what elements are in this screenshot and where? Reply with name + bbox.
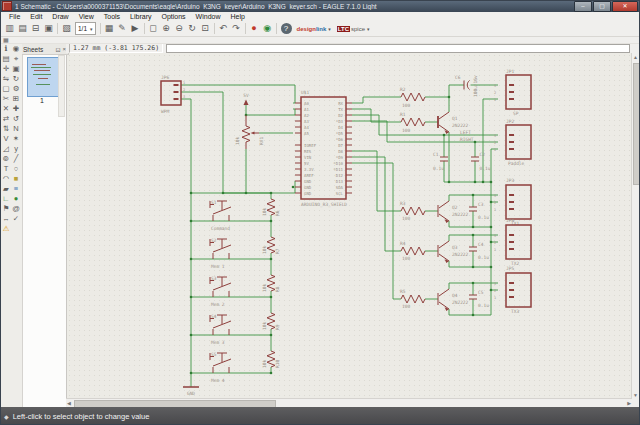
print-icon[interactable]: ⊟ xyxy=(29,22,42,35)
zoom-fit-icon[interactable]: ◻ xyxy=(147,22,160,35)
sheet-selector-dropdown[interactable]: 1/1▾ xyxy=(75,22,96,35)
use-library-icon[interactable]: ▦ xyxy=(103,22,116,35)
zoom-in-icon[interactable]: ⊕ xyxy=(160,22,173,35)
pushbutton-s2[interactable]: S2Mem 1 xyxy=(210,238,231,269)
erc-icon[interactable]: ✓ xyxy=(11,214,21,224)
sheets-scrollbar[interactable] xyxy=(58,55,65,117)
open-icon[interactable]: ▥ xyxy=(3,22,16,35)
dock-pin-icon[interactable]: ⊡ xyxy=(54,46,61,53)
tx-output-rows[interactable]: R3100Q22N2222C30.1u321JP3TX1R4100Q32N222… xyxy=(400,178,531,314)
dimension-icon[interactable]: ↔ xyxy=(1,214,11,224)
display-icon[interactable]: ▤ xyxy=(1,54,11,64)
menu-item-library[interactable]: Library xyxy=(125,13,156,20)
resistor-r2[interactable]: R2 100 xyxy=(400,87,425,108)
ic-arduino-shield[interactable]: U$1 ARDUINO_R3_SHIELD A0A1A2A3A4A5IOREFR… xyxy=(295,90,352,208)
schematic-canvas[interactable]: 1 2 3 JP6 WPM 5V RV1 10k U$1 ARDUINO_R3_… xyxy=(66,53,633,399)
capacitor-c2[interactable]: C2 0.1u xyxy=(471,152,491,171)
menu-item-window[interactable]: Window xyxy=(191,13,226,20)
split-icon[interactable]: y xyxy=(11,144,21,154)
label-icon[interactable]: ⚑ xyxy=(1,204,11,214)
command-line-input[interactable] xyxy=(166,44,630,53)
grid-icon[interactable]: ▦ xyxy=(3,36,9,43)
pushbutton-column[interactable]: S1CommandS2Mem 1S3Mem 2S4Mem 3S5Mem 4 xyxy=(210,200,231,383)
script-icon[interactable]: ✎ xyxy=(116,22,129,35)
junction-icon[interactable]: ● xyxy=(11,194,21,204)
potentiometer-rv1[interactable]: RV1 10k xyxy=(235,115,264,149)
cut-icon[interactable]: ✂ xyxy=(1,94,11,104)
connector-jp2[interactable]: 3 2 1 JP2 Paddle xyxy=(494,119,531,167)
bus-icon[interactable]: ≡ xyxy=(11,184,21,194)
redo-icon[interactable]: ↷ xyxy=(230,22,243,35)
value-icon[interactable]: V xyxy=(1,134,11,144)
copy-icon[interactable]: ▣ xyxy=(11,64,21,74)
circle-icon[interactable]: ○ xyxy=(11,164,21,174)
group-icon[interactable]: ▢ xyxy=(1,84,11,94)
pushbutton-s4[interactable]: S4Mem 3 xyxy=(210,314,231,345)
menu-item-draw[interactable]: Draw xyxy=(47,13,73,20)
close-button[interactable]: ✕ xyxy=(612,1,638,12)
schematic-drawing[interactable]: 1 2 3 JP6 WPM 5V RV1 10k U$1 ARDUINO_R3_… xyxy=(67,53,633,399)
supply-5v[interactable]: 5V xyxy=(243,93,249,105)
polygon-icon[interactable]: ▰ xyxy=(1,184,11,194)
switch-to-board-icon[interactable]: ▧ xyxy=(60,22,73,35)
vertical-scrollbar[interactable]: ▲ ▼ xyxy=(631,53,640,399)
minimize-button[interactable]: – xyxy=(574,1,592,12)
run-ulp-icon[interactable]: ▶ xyxy=(129,22,142,35)
miter-icon[interactable]: ◿ xyxy=(1,144,11,154)
connector-jp1[interactable]: 3 2 1 JP1 SP xyxy=(494,69,531,117)
zoom-out-icon[interactable]: ⊖ xyxy=(173,22,186,35)
menu-item-edit[interactable]: Edit xyxy=(25,13,47,20)
name-icon[interactable]: N xyxy=(11,124,21,134)
vscroll-thumb[interactable] xyxy=(633,63,640,185)
attribute-icon[interactable]: @ xyxy=(11,204,21,214)
text-icon[interactable]: T xyxy=(1,164,11,174)
menu-item-view[interactable]: View xyxy=(74,13,99,20)
ltspice-button[interactable]: LTCspice▾ xyxy=(337,26,370,32)
save-icon[interactable]: ▤ xyxy=(16,22,29,35)
menu-item-help[interactable]: Help xyxy=(226,13,250,20)
net-icon[interactable]: ∟ xyxy=(1,194,11,204)
designlink-button[interactable]: designlink▾ xyxy=(297,26,331,32)
maximize-button[interactable]: ▢ xyxy=(593,1,611,12)
title-bar[interactable]: 1 Schematic - C:\Users\a0000371153\Docum… xyxy=(0,0,640,12)
undo-icon[interactable]: ↶ xyxy=(217,22,230,35)
pinswap-icon[interactable]: ⇄ xyxy=(1,114,11,124)
errors-icon[interactable]: ⚠ xyxy=(1,224,11,234)
zoom-select-icon[interactable]: ⊡ xyxy=(199,22,212,35)
stop-icon[interactable]: ● xyxy=(248,22,261,35)
invoke-icon[interactable]: ⊚ xyxy=(1,154,11,164)
menu-item-options[interactable]: Options xyxy=(156,13,190,20)
menu-item-tools[interactable]: Tools xyxy=(99,13,125,20)
delete-icon[interactable]: ✕ xyxy=(1,104,11,114)
cam-processor-icon[interactable]: ▣ xyxy=(42,22,55,35)
capacitor-c1[interactable]: C1 0.1u xyxy=(433,152,448,171)
info-icon[interactable]: ℹ xyxy=(1,44,11,54)
go-icon[interactable]: ◉ xyxy=(261,22,274,35)
change-icon[interactable]: ⚙ xyxy=(11,84,21,94)
help-icon[interactable]: ? xyxy=(281,23,292,34)
smash-icon[interactable]: ✶ xyxy=(11,134,21,144)
tx-row-tx2[interactable]: R4100Q32N2222C40.1u321JP4TX2 xyxy=(400,218,531,266)
wire-icon[interactable]: ╱ xyxy=(11,154,21,164)
sheet-thumbnail[interactable] xyxy=(27,57,59,97)
mark-icon[interactable]: ⌖ xyxy=(11,54,21,64)
show-icon[interactable]: ◉ xyxy=(11,44,21,54)
rect-icon[interactable]: ■ xyxy=(11,174,21,184)
gateswap-icon[interactable]: ⇅ xyxy=(1,124,11,134)
capacitor-c6[interactable]: C6 100u/16v xyxy=(455,75,478,98)
horizontal-scrollbar[interactable]: ◀ ▶ xyxy=(66,398,632,407)
move-icon[interactable]: ✛ xyxy=(1,64,11,74)
arc-icon[interactable]: ◠ xyxy=(1,174,11,184)
tx-row-tx3[interactable]: R5100Q42N2222C50.1u321JP5TX3 xyxy=(400,266,531,314)
pushbutton-s5[interactable]: S5Mem 4 xyxy=(210,352,231,383)
rotate-icon[interactable]: ↻ xyxy=(11,74,21,84)
replace-icon[interactable]: ↺ xyxy=(11,114,21,124)
mirror-icon[interactable]: ⇋ xyxy=(1,74,11,84)
menu-item-file[interactable]: File xyxy=(4,13,25,20)
add-icon[interactable]: ✚ xyxy=(11,104,21,114)
gnd-symbol[interactable]: GND xyxy=(183,387,199,396)
paste-icon[interactable]: ⊞ xyxy=(11,94,21,104)
resistor-r1[interactable]: R1 100 xyxy=(400,112,425,133)
pushbutton-s1[interactable]: S1Command xyxy=(210,200,231,231)
connector-jp6[interactable]: 1 2 3 JP6 WPM xyxy=(161,75,185,115)
